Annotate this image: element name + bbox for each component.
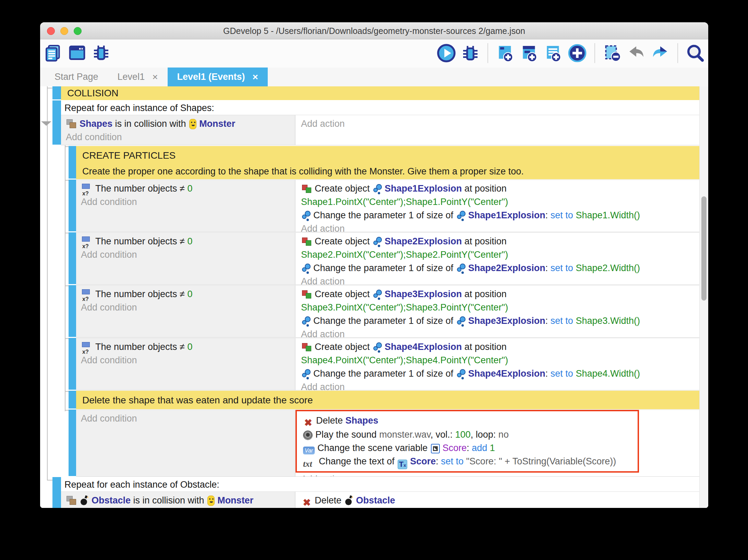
action-line[interactable]: Create object Shape2Explosion at positio…	[301, 235, 699, 248]
conditions-column: The number objects ≠ 0Add condition	[76, 233, 295, 284]
add-condition-button[interactable]: Add condition	[81, 195, 295, 209]
undo-icon[interactable]	[627, 44, 646, 63]
particle-icon	[302, 210, 311, 221]
add-comment-icon[interactable]	[544, 44, 563, 63]
scene-variable-icon	[431, 444, 440, 453]
create-object-icon	[302, 236, 312, 247]
event-standard[interactable]: The number objects ≠ 0Add conditionCreat…	[40, 232, 708, 285]
selected-actions-group[interactable]: ✖Delete ShapesPlay the sound monster.wav…	[295, 410, 639, 473]
tab-label: Level1	[118, 72, 145, 82]
event-standard[interactable]: The number objects ≠ 0Add conditionCreat…	[40, 338, 708, 390]
repeat-header[interactable]: Repeat for each instance of Obstacle:	[61, 477, 699, 491]
event-standard[interactable]: Add condition✖Delete ShapesPlay the soun…	[40, 410, 708, 477]
text-segment: 0	[187, 236, 192, 246]
particle-icon	[457, 369, 466, 379]
project-manager-icon[interactable]	[44, 43, 63, 62]
text-segment: at position	[462, 236, 507, 246]
add-action-button[interactable]: Add action	[301, 275, 699, 284]
action-line[interactable]: txtChange the text of TxScore: set to "S…	[302, 455, 634, 469]
close-tab-icon[interactable]: ×	[152, 72, 158, 83]
text-segment: set to	[441, 456, 466, 466]
action-line[interactable]: VarChange the scene variable Score: add …	[302, 441, 634, 455]
search-icon[interactable]	[686, 44, 705, 63]
event-indent-bar	[69, 338, 76, 390]
action-line[interactable]: Shape3.PointX("Center");Shape3.PointY("C…	[301, 301, 699, 314]
text-segment: Change the text of	[319, 456, 397, 466]
tab-level1-events-[interactable]: Level1 (Events)×	[168, 68, 268, 86]
condition-line[interactable]: The number objects ≠ 0	[81, 340, 295, 354]
action-line[interactable]: ✖Delete Shapes	[302, 414, 634, 428]
toolbar-left-group	[44, 43, 111, 62]
add-condition-button[interactable]: Add condition	[81, 248, 295, 261]
play-icon[interactable]	[437, 44, 456, 63]
num-objects-icon	[82, 236, 93, 247]
action-line[interactable]: Create object Shape1Explosion at positio…	[301, 182, 699, 195]
text-segment: Shape3.PointX("Center");Shape3.PointY("C…	[301, 302, 508, 313]
action-line[interactable]: Shape1.PointX("Center");Shape1.PointY("C…	[301, 195, 699, 209]
add-condition-button[interactable]: Add condition	[66, 131, 295, 144]
add-action-button[interactable]: Add action	[301, 473, 699, 476]
add-condition-button[interactable]: Add condition	[81, 301, 295, 314]
add-condition-button[interactable]: Add condition	[66, 507, 295, 508]
add-action-button[interactable]: Add action	[301, 222, 699, 232]
action-line[interactable]: ✖Delete Obstacle	[301, 494, 699, 508]
event-indent-bar	[69, 146, 76, 179]
close-tab-icon[interactable]: ×	[253, 72, 258, 83]
action-line[interactable]: Change the parameter 1 of size of Shape3…	[301, 314, 699, 328]
add-action-button[interactable]: Add action	[301, 117, 699, 131]
tab-level1[interactable]: Level1×	[108, 68, 168, 86]
text-segment: set to	[551, 368, 576, 379]
action-line[interactable]: Change the parameter 1 of size of Shape1…	[301, 209, 699, 222]
action-line[interactable]: Change the parameter 1 of size of Shape4…	[301, 367, 699, 380]
text-segment: "Score: " + ToString(Variable(Score))	[466, 456, 616, 466]
remove-event-icon[interactable]	[603, 44, 622, 63]
event-standard[interactable]: The number objects ≠ 0Add conditionCreat…	[40, 180, 708, 232]
text-segment: Shape4Explosion	[468, 368, 545, 379]
add-action-button[interactable]: Add action	[301, 380, 699, 390]
action-line[interactable]: Play the sound monster.wav, vol.: 100, l…	[302, 428, 634, 441]
text-segment: Score	[410, 456, 436, 466]
repeat-header[interactable]: Repeat for each instance of Shapes:	[61, 100, 699, 115]
redo-icon[interactable]	[651, 44, 670, 63]
action-line[interactable]: Shape2.PointX("Center");Shape2.PointY("C…	[301, 248, 699, 261]
add-event-icon[interactable]	[496, 44, 515, 63]
text-segment: Play the sound	[315, 429, 379, 440]
action-line[interactable]: Create object Shape4Explosion at positio…	[301, 340, 699, 354]
add-subevent-icon[interactable]	[520, 44, 539, 63]
text-segment: , vol.:	[431, 429, 455, 440]
event-repeat[interactable]: Repeat for each instance of Shapes:Shape…	[40, 100, 708, 145]
actions-column: Create object Shape1Explosion at positio…	[295, 180, 699, 232]
event-repeat[interactable]: Repeat for each instance of Obstacle:Obs…	[40, 477, 708, 508]
scene-editor-icon[interactable]	[68, 43, 87, 62]
event-standard[interactable]: The number objects ≠ 0Add conditionCreat…	[40, 285, 708, 338]
action-line[interactable]: Create object Shape3Explosion at positio…	[301, 288, 699, 301]
condition-line[interactable]: The number objects ≠ 0	[81, 182, 295, 195]
condition-line[interactable]: Shapes is in collision with Monster	[66, 117, 295, 131]
add-action-button[interactable]: Add action	[301, 328, 699, 337]
add-condition-button[interactable]: Add condition	[81, 354, 295, 367]
text-segment: Shape3.Width()	[576, 316, 640, 326]
event-comment[interactable]: COLLISION	[40, 86, 708, 100]
text-segment: Score	[443, 443, 467, 453]
tab-start-page[interactable]: Start Page	[45, 68, 108, 86]
debugger-icon[interactable]	[92, 43, 111, 62]
add-condition-button[interactable]: Add condition	[81, 412, 295, 425]
action-line[interactable]: Change the parameter 1 of size of Shape2…	[301, 261, 699, 275]
text-segment: Change the scene variable	[317, 443, 430, 453]
event-indent-bar	[69, 180, 76, 231]
event-comment[interactable]: CREATE PARTICLESCreate the proper one ac…	[40, 146, 708, 179]
particle-icon	[302, 316, 311, 326]
create-object-icon	[302, 289, 312, 300]
condition-line[interactable]: Obstacle is in collision with Monster	[66, 494, 295, 507]
condition-line[interactable]: The number objects ≠ 0	[81, 235, 295, 248]
text-segment: Delete	[315, 495, 344, 506]
conditions-column: The number objects ≠ 0Add condition	[76, 285, 295, 337]
text-segment: at position	[462, 183, 507, 194]
add-new-icon[interactable]	[568, 44, 587, 63]
debug-icon[interactable]	[461, 44, 480, 63]
action-line[interactable]: Shape4.PointX("Center");Shape4.PointY("C…	[301, 354, 699, 367]
condition-line[interactable]: The number objects ≠ 0	[81, 288, 295, 301]
event-comment[interactable]: Delete the shape that was eaten and upda…	[40, 391, 708, 409]
text-segment: Shape2.PointX("Center");Shape2.PointY("C…	[301, 249, 508, 260]
particle-icon	[302, 369, 311, 379]
